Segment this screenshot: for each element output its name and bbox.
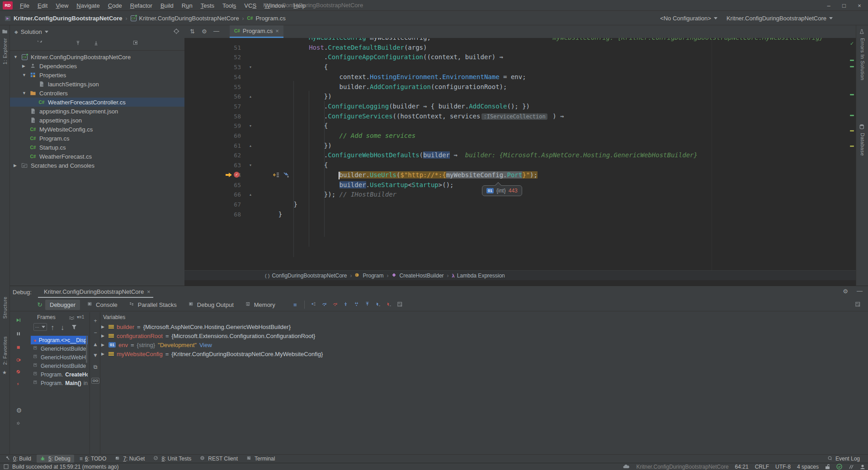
code-line[interactable]: .ConfigureLogging(builder ⇒ { builder.Ad… <box>263 102 530 112</box>
gear-icon[interactable]: ⚙ <box>202 28 207 35</box>
mute-breakpoints-icon[interactable] <box>14 367 24 377</box>
caret-position[interactable]: 64:21 <box>735 464 749 470</box>
line-number[interactable]: 60 <box>203 131 241 141</box>
line-number[interactable]: 55 <box>203 82 241 92</box>
step-out-icon[interactable] <box>363 300 373 310</box>
move-watch-down-icon[interactable]: ▼ <box>90 350 101 360</box>
solution-tree-item[interactable]: C#MyWebsiteConfig.cs <box>10 125 184 134</box>
smart-step-into-icon[interactable] <box>352 300 363 310</box>
line-number[interactable]: 53 <box>203 62 241 72</box>
menu-navigate[interactable]: Navigate <box>73 1 103 10</box>
run-to-cursor-icon[interactable] <box>373 300 384 310</box>
show-execution-point-icon[interactable] <box>308 300 319 310</box>
variable-row[interactable]: ▶01env = {string} "Development" View <box>101 340 212 349</box>
menu-file[interactable]: File <box>16 1 33 10</box>
sync-icon[interactable] <box>37 41 43 47</box>
cloud-config-icon[interactable] <box>623 464 630 469</box>
move-watch-up-icon[interactable]: ▲ <box>90 339 101 349</box>
scroll-from-source-icon[interactable]: ⇅ <box>190 28 195 35</box>
frames-scrollbar[interactable] <box>86 336 87 363</box>
nav-crumb[interactable]: Kritner.ConfigDuringBootstrapNetCore <box>5 15 123 22</box>
close-tab-icon[interactable]: × <box>275 28 279 34</box>
stack-frame-row[interactable]: GenericHostBuilde <box>31 362 88 370</box>
line-number[interactable]: 68 <box>203 210 241 220</box>
line-number[interactable]: 52 <box>203 52 241 62</box>
user-profile-icon[interactable] <box>860 464 865 470</box>
line-number[interactable]: 61 <box>203 141 241 151</box>
solution-view-selector[interactable]: Solution <box>21 28 42 35</box>
debug-session-tab[interactable]: Kritner.ConfigDuringBootstrapNetCore × <box>38 286 153 298</box>
step-over-icon[interactable] <box>319 300 330 310</box>
toolbar-0-build[interactable]: 0: Build <box>2 455 35 463</box>
code-line[interactable]: // Add some services <box>263 131 415 141</box>
solution-tree-item[interactable]: appsettings.Development.json <box>10 107 184 116</box>
lightning-icon[interactable] <box>14 379 24 389</box>
frames-view-options[interactable]: ▾≡1 <box>77 315 84 320</box>
editor-crumb[interactable]: λLambda Expression <box>452 273 505 279</box>
fold-marker-icon[interactable]: ▾ <box>248 121 253 131</box>
solution-tree-item[interactable]: appsettings.json <box>10 116 184 125</box>
debug-tab-parallel-stacks[interactable]: Parallel Stacks <box>125 300 181 310</box>
menu-run[interactable]: Run <box>178 1 196 10</box>
inspections-ok-icon[interactable]: ✓ <box>850 41 855 46</box>
lock-icon[interactable] <box>825 464 830 470</box>
jump-to-source-icon[interactable] <box>273 172 279 178</box>
status-project[interactable]: Kritner.ConfigDuringBootstrapNetCore <box>636 464 728 470</box>
locate-file-icon[interactable] <box>174 28 180 35</box>
menu-vcs[interactable]: VCS <box>241 1 260 10</box>
line-number[interactable]: 59 <box>203 121 241 131</box>
solution-tree-item[interactable]: ▶Dependencies <box>10 61 184 70</box>
code-line[interactable]: }); // IHostBuilder <box>263 190 396 200</box>
debug-tab-memory[interactable]: Memory <box>241 300 280 310</box>
resume-icon[interactable] <box>14 316 24 326</box>
line-number[interactable]: 62 <box>203 150 241 160</box>
variable-row[interactable]: ▶configurationRoot = {Microsoft.Extensio… <box>101 331 315 340</box>
chevron-collapsed-icon[interactable]: ▶ <box>101 324 106 329</box>
code-line[interactable]: builder.UseUrls($"http://*:{myWebsiteCon… <box>263 170 538 180</box>
menu-refactor[interactable]: Refactor <box>127 1 156 10</box>
tool-stripe-favorites[interactable]: 2: Favorites <box>2 336 8 365</box>
chevron-expanded-icon[interactable]: ▼ <box>22 91 26 95</box>
chevron-expanded-icon[interactable]: ▼ <box>14 55 18 59</box>
layout-icon[interactable]: ≡ <box>290 300 301 310</box>
line-number[interactable]: 66 <box>203 190 241 200</box>
debug-tab-debug-output[interactable]: Debug Output <box>184 300 238 310</box>
thread-selector-dropdown[interactable]: ⋯ <box>33 323 47 331</box>
run-config-dropdown[interactable]: Kritner.ConfigDuringBootstrapNetCore <box>724 15 833 22</box>
variable-row[interactable]: ▶myWebsiteConfig = {Kritner.ConfigDuring… <box>101 349 323 358</box>
line-number[interactable]: 67 <box>203 200 241 210</box>
line-number[interactable]: 54 <box>203 72 241 82</box>
maximize-button[interactable]: □ <box>836 0 852 11</box>
solution-tree-item[interactable]: ▼Controllers <box>10 89 184 98</box>
tool-stripe-explorer[interactable]: 1: Explorer <box>2 38 8 65</box>
fold-marker-icon[interactable]: ▴ <box>248 92 253 102</box>
tab-program-cs[interactable]: C# Program.cs × <box>230 25 283 38</box>
minimize-button[interactable]: – <box>821 0 836 11</box>
solution-tree-item[interactable]: C#WeatherForecast.cs <box>10 152 184 161</box>
line-number[interactable]: 63 <box>203 160 241 170</box>
code-line[interactable]: } <box>263 200 297 210</box>
duplicate-watch-icon[interactable]: ⧉ <box>90 362 101 372</box>
evaluate-expression-icon[interactable] <box>395 300 406 310</box>
layout-settings-icon[interactable] <box>853 300 863 310</box>
status-message[interactable]: Build succeeded at 15:59:21 (moments ago… <box>12 464 118 470</box>
code-line[interactable]: MyWebsiteConfig myWebsiteConfig; myWebsi… <box>263 38 823 43</box>
toolbar-5-debug[interactable]: 5: Debug <box>37 455 74 463</box>
toolbar-terminal[interactable]: Terminal <box>243 455 278 463</box>
close-button[interactable]: × <box>852 0 867 11</box>
stack-frame-row[interactable]: Program.Main() in <box>31 379 88 387</box>
code-editor[interactable]: 515253545556575859606162636465666768 MyW… <box>184 38 856 270</box>
stack-frame-row[interactable]: GenericHostWebH <box>31 353 88 362</box>
hide-panel-icon[interactable]: — <box>213 28 219 34</box>
chevron-collapsed-icon[interactable]: ▶ <box>101 343 106 347</box>
nav-crumb[interactable]: C#Kritner.ConfigDuringBootstrapNetCore <box>131 15 239 22</box>
tool-window-switcher-icon[interactable] <box>4 464 9 469</box>
file-encoding[interactable]: UTF-8 <box>775 464 791 470</box>
code-line[interactable]: }) <box>263 92 332 102</box>
stack-frame-row[interactable]: ●Program.<>c__Disp <box>31 336 88 344</box>
toolbar-rest-client[interactable]: REST Client <box>197 455 241 463</box>
editor-crumb[interactable]: CreateHostBuilder <box>392 273 444 279</box>
line-number[interactable]: 57 <box>203 102 241 112</box>
code-line[interactable]: context.HostingEnvironment.EnvironmentNa… <box>263 72 526 82</box>
debug-tab-console[interactable]: Console <box>83 300 122 310</box>
